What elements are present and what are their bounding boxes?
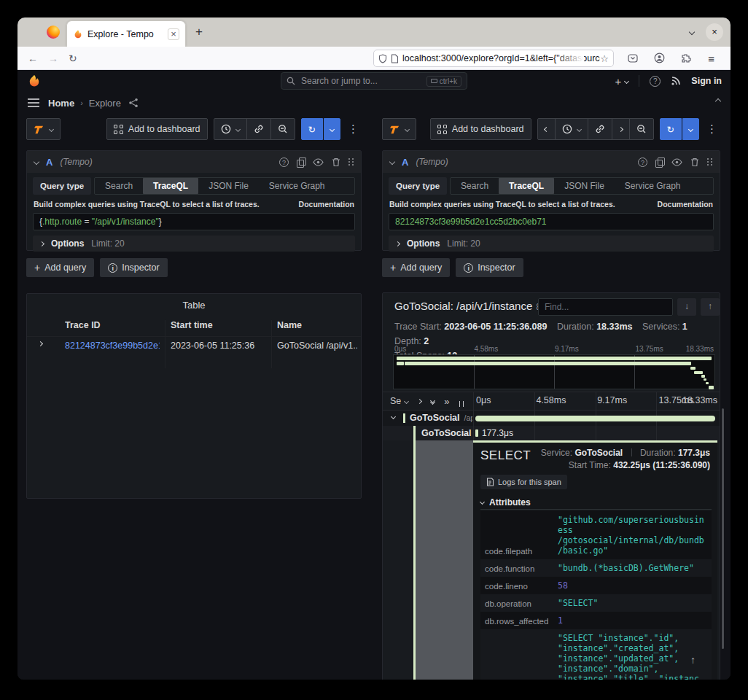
duplicate-query-icon[interactable]: [655, 158, 663, 166]
datasource-picker-left[interactable]: [26, 118, 61, 140]
add-to-dashboard-button-left[interactable]: Add to dashboard: [106, 118, 208, 140]
query-header-right[interactable]: A (Tempo) ?: [383, 151, 720, 173]
add-query-button-left[interactable]: +Add query: [26, 258, 94, 277]
documentation-link[interactable]: Documentation: [299, 200, 354, 209]
back-icon[interactable]: ←: [28, 52, 38, 64]
resize-handle-icon[interactable]: [459, 401, 464, 407]
extension-puzzle-icon[interactable]: [681, 53, 691, 63]
expand-all-icon[interactable]: »: [444, 396, 449, 407]
time-shift-back[interactable]: [537, 118, 556, 140]
inspector-button-left[interactable]: iInspector: [100, 258, 167, 277]
query-header-left[interactable]: A (Tempo) ?: [27, 151, 361, 173]
browser-tab[interactable]: Explore - Tempo ×: [66, 20, 186, 47]
new-tab-button[interactable]: +: [195, 25, 203, 39]
news-rss-icon[interactable]: [671, 76, 681, 86]
run-query-interval-right[interactable]: [682, 118, 699, 140]
add-to-dashboard-button-right[interactable]: Add to dashboard: [430, 118, 531, 140]
row-expander-icon[interactable]: [38, 341, 43, 346]
collapse-all-icon[interactable]: [431, 399, 435, 404]
traceql-query-input-left[interactable]: {.http.route = "/api/v1/instance"}: [33, 213, 355, 230]
tab-close-icon[interactable]: ×: [168, 28, 179, 40]
pocket-icon[interactable]: [628, 53, 638, 63]
tab-json-file[interactable]: JSON File: [198, 178, 259, 194]
collapse-toolbar-icon[interactable]: [715, 98, 721, 104]
reload-icon[interactable]: ↻: [69, 52, 77, 64]
trace-id-link[interactable]: 82124873cf3e99b5d2e1...: [65, 341, 160, 351]
span-bar-select[interactable]: [475, 429, 478, 437]
find-next-button[interactable]: ↑: [701, 298, 720, 316]
breadcrumb-home[interactable]: Home: [48, 98, 74, 109]
traceql-query-input-right[interactable]: 82124873cf3e99b5d2e1cc5d2bc0eb71: [389, 213, 714, 230]
hide-query-eye-icon[interactable]: [671, 158, 682, 166]
span-row-root[interactable]: GoToSocial/api/: [383, 411, 720, 426]
tab-search[interactable]: Search: [451, 178, 499, 194]
scroll-to-top-icon[interactable]: ↑: [690, 654, 696, 666]
window-close-button[interactable]: ×: [706, 23, 723, 41]
span-row-select[interactable]: GoToSocial 177.3μs: [383, 426, 720, 440]
drag-handle-icon[interactable]: [707, 158, 712, 166]
drag-handle-icon[interactable]: [348, 158, 354, 166]
find-box[interactable]: [538, 298, 673, 316]
attributes-header[interactable]: Attributes: [480, 495, 712, 510]
inspector-button-right[interactable]: iInspector: [456, 258, 523, 277]
col-start-time[interactable]: Start time: [171, 320, 213, 330]
time-shift-forward[interactable]: [612, 118, 630, 140]
add-query-button-right[interactable]: +Add query: [382, 258, 450, 277]
col-name[interactable]: Name: [277, 320, 302, 330]
search-box[interactable]: ctrl+k: [281, 72, 467, 90]
duplicate-query-icon[interactable]: [297, 158, 305, 166]
tab-traceql[interactable]: TraceQL: [499, 178, 554, 194]
menu-icon[interactable]: ≡: [708, 52, 714, 65]
forward-icon[interactable]: →: [48, 52, 58, 64]
logs-for-span-button[interactable]: Logs for this span: [480, 475, 567, 489]
help-icon[interactable]: ?: [650, 76, 661, 87]
sign-in-button[interactable]: Sign in: [691, 76, 722, 86]
span-bar-root[interactable]: [475, 416, 715, 421]
options-row-right[interactable]: Options Limit: 20: [389, 236, 714, 252]
tab-search[interactable]: Search: [95, 178, 143, 194]
bookmark-star-icon[interactable]: ☆: [600, 53, 609, 64]
list-tabs-icon[interactable]: [689, 29, 695, 35]
expand-one-icon[interactable]: [417, 398, 422, 403]
zoom-out-button-right[interactable]: [629, 118, 654, 140]
tab-service-graph[interactable]: Service Graph: [259, 178, 335, 194]
find-prev-button[interactable]: ↓: [677, 298, 696, 316]
collapse-query-icon[interactable]: [34, 159, 39, 165]
time-picker-right[interactable]: [555, 118, 588, 140]
trace-minimap[interactable]: [393, 354, 715, 389]
delete-query-trash-icon[interactable]: [332, 158, 340, 167]
query-help-icon[interactable]: ?: [638, 158, 647, 167]
pane-kebab-left[interactable]: ⋮: [345, 122, 362, 136]
tab-json-file[interactable]: JSON File: [554, 178, 615, 194]
copy-time-link-right[interactable]: [588, 118, 612, 140]
grafana-logo[interactable]: [27, 74, 42, 88]
span-collapse-icon[interactable]: [391, 414, 396, 419]
delete-query-trash-icon[interactable]: [690, 158, 699, 167]
scrollbar-thumb[interactable]: [722, 408, 724, 649]
tab-service-graph[interactable]: Service Graph: [615, 178, 691, 194]
time-picker-left[interactable]: [214, 118, 247, 140]
new-menu-button[interactable]: +: [615, 75, 629, 88]
mega-menu-icon[interactable]: [28, 98, 39, 107]
documentation-link[interactable]: Documentation: [658, 200, 713, 209]
find-input[interactable]: [539, 299, 672, 315]
run-query-interval-left[interactable]: [324, 118, 340, 140]
zoom-out-button-left[interactable]: [270, 118, 295, 140]
run-query-button-right[interactable]: ↻: [660, 118, 682, 140]
col-trace-id[interactable]: Trace ID: [65, 320, 101, 330]
run-query-button-left[interactable]: ↻: [301, 118, 323, 140]
search-input[interactable]: [300, 75, 426, 87]
account-icon[interactable]: [654, 52, 665, 63]
table-row[interactable]: 82124873cf3e99b5d2e1... 2023-06-05 11:25…: [27, 336, 361, 354]
options-row-left[interactable]: Options Limit: 20: [33, 236, 355, 252]
copy-time-link-left[interactable]: [246, 118, 271, 140]
share-icon[interactable]: [128, 98, 139, 108]
query-help-icon[interactable]: ?: [279, 158, 289, 167]
hide-query-eye-icon[interactable]: [313, 158, 324, 166]
collapse-query-icon[interactable]: [389, 159, 395, 165]
tab-traceql[interactable]: TraceQL: [143, 178, 198, 194]
datasource-picker-right[interactable]: [382, 118, 416, 140]
url-field[interactable]: localhost:3000/explore?orgId=1&left={"da…: [373, 50, 614, 67]
service-operation-dropdown[interactable]: Se: [390, 396, 408, 406]
pane-kebab-right[interactable]: ⋮: [704, 122, 720, 136]
